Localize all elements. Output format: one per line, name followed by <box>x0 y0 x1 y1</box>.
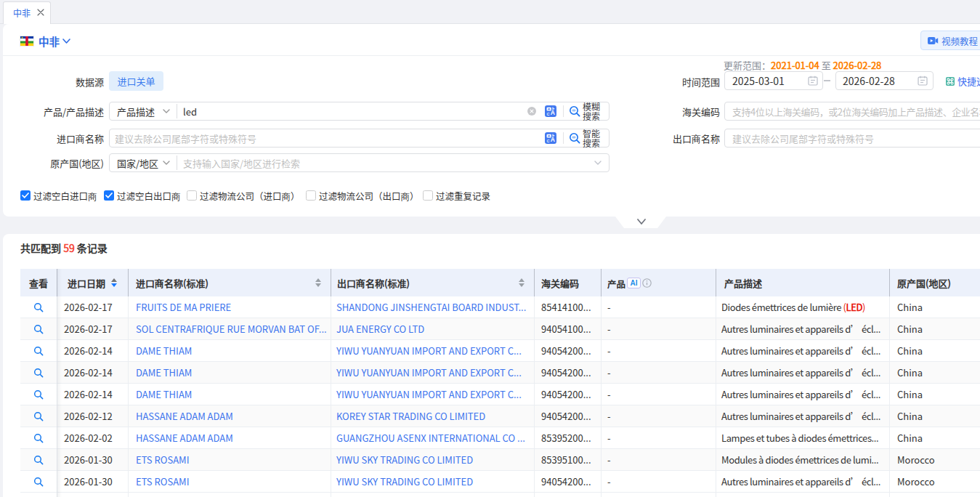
svg-text:A: A <box>551 136 555 143</box>
svg-text:c: c <box>547 110 550 117</box>
svg-text:A: A <box>551 109 555 116</box>
svg-text:c: c <box>547 137 550 144</box>
